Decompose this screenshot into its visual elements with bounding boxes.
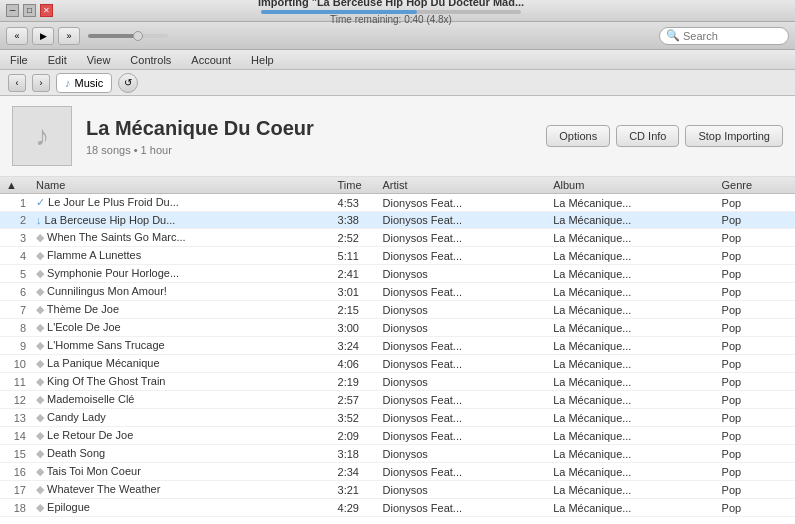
track-artist: Dionysos Feat... bbox=[377, 283, 548, 301]
title-bar: ─ □ ✕ Importing "La Berceuse Hip Hop Du … bbox=[0, 0, 795, 22]
table-row[interactable]: 9 ◆ L'Homme Sans Trucage 3:24 Dionysos F… bbox=[0, 337, 795, 355]
track-album: La Mécanique... bbox=[547, 337, 715, 355]
toolbar: « ▶ » 🔍 bbox=[0, 22, 795, 50]
table-row[interactable]: 17 ◆ Whatever The Weather 3:21 Dionysos … bbox=[0, 481, 795, 499]
forward-button[interactable]: » bbox=[58, 27, 80, 45]
track-artist: Dionysos bbox=[377, 373, 548, 391]
track-name-cell: ◆ L'Ecole De Joe bbox=[30, 319, 332, 337]
back-button[interactable]: ‹ bbox=[8, 74, 26, 92]
options-button[interactable]: Options bbox=[546, 125, 610, 147]
search-input[interactable] bbox=[683, 30, 782, 42]
table-row[interactable]: 13 ◆ Candy Lady 3:52 Dionysos Feat... La… bbox=[0, 409, 795, 427]
track-num: 18 bbox=[0, 499, 30, 517]
maximize-button[interactable]: □ bbox=[23, 4, 36, 17]
track-genre: Pop bbox=[716, 499, 795, 517]
col-header-num[interactable]: ▲ bbox=[0, 177, 30, 194]
track-time: 2:41 bbox=[332, 265, 377, 283]
rewind-button[interactable]: « bbox=[6, 27, 28, 45]
search-box[interactable]: 🔍 bbox=[659, 27, 789, 45]
track-num: 3 bbox=[0, 229, 30, 247]
table-row[interactable]: 1 ✓ Le Jour Le Plus Froid Du... 4:53 Dio… bbox=[0, 194, 795, 212]
menu-view[interactable]: View bbox=[81, 52, 117, 68]
table-row[interactable]: 18 ◆ Epilogue 4:29 Dionysos Feat... La M… bbox=[0, 499, 795, 517]
col-header-genre[interactable]: Genre bbox=[716, 177, 795, 194]
table-row[interactable]: 15 ◆ Death Song 3:18 Dionysos La Mécaniq… bbox=[0, 445, 795, 463]
track-num: 4 bbox=[0, 247, 30, 265]
menu-file[interactable]: File bbox=[4, 52, 34, 68]
table-row[interactable]: 6 ◆ Cunnilingus Mon Amour! 3:01 Dionysos… bbox=[0, 283, 795, 301]
track-num: 7 bbox=[0, 301, 30, 319]
album-info: La Mécanique Du Coeur 18 songs • 1 hour bbox=[86, 117, 532, 156]
table-row[interactable]: 10 ◆ La Panique Mécanique 4:06 Dionysos … bbox=[0, 355, 795, 373]
track-album: La Mécanique... bbox=[547, 283, 715, 301]
menu-edit[interactable]: Edit bbox=[42, 52, 73, 68]
menu-help[interactable]: Help bbox=[245, 52, 280, 68]
track-album: La Mécanique... bbox=[547, 319, 715, 337]
track-album: La Mécanique... bbox=[547, 499, 715, 517]
track-artist: Dionysos Feat... bbox=[377, 194, 548, 212]
table-row[interactable]: 12 ◆ Mademoiselle Clé 2:57 Dionysos Feat… bbox=[0, 391, 795, 409]
table-row[interactable]: 16 ◆ Tais Toi Mon Coeur 2:34 Dionysos Fe… bbox=[0, 463, 795, 481]
track-time: 2:52 bbox=[332, 229, 377, 247]
track-time: 3:01 bbox=[332, 283, 377, 301]
track-name: Thème De Joe bbox=[47, 303, 119, 315]
status-pending-icon: ◆ bbox=[36, 321, 44, 333]
refresh-button[interactable]: ↺ bbox=[118, 73, 138, 93]
track-artist: Dionysos bbox=[377, 481, 548, 499]
table-row[interactable]: 3 ◆ When The Saints Go Marc... 2:52 Dion… bbox=[0, 229, 795, 247]
track-num: 16 bbox=[0, 463, 30, 481]
cd-info-button[interactable]: CD Info bbox=[616, 125, 679, 147]
table-row[interactable]: 7 ◆ Thème De Joe 2:15 Dionysos La Mécani… bbox=[0, 301, 795, 319]
table-row[interactable]: 8 ◆ L'Ecole De Joe 3:00 Dionysos La Méca… bbox=[0, 319, 795, 337]
track-genre: Pop bbox=[716, 409, 795, 427]
track-artist: Dionysos Feat... bbox=[377, 247, 548, 265]
table-row[interactable]: 14 ◆ Le Retour De Joe 2:09 Dionysos Feat… bbox=[0, 427, 795, 445]
track-album: La Mécanique... bbox=[547, 301, 715, 319]
track-album: La Mécanique... bbox=[547, 373, 715, 391]
track-name: Flamme A Lunettes bbox=[47, 249, 141, 261]
table-row[interactable]: 5 ◆ Symphonie Pour Horloge... 2:41 Diony… bbox=[0, 265, 795, 283]
forward-nav-button[interactable]: › bbox=[32, 74, 50, 92]
track-genre: Pop bbox=[716, 229, 795, 247]
menu-account[interactable]: Account bbox=[185, 52, 237, 68]
track-num: 1 bbox=[0, 194, 30, 212]
track-album: La Mécanique... bbox=[547, 409, 715, 427]
track-genre: Pop bbox=[716, 212, 795, 229]
col-header-artist[interactable]: Artist bbox=[377, 177, 548, 194]
album-subtitle: 18 songs • 1 hour bbox=[86, 144, 532, 156]
table-row[interactable]: 2 ↓ La Berceuse Hip Hop Du... 3:38 Diony… bbox=[0, 212, 795, 229]
track-album: La Mécanique... bbox=[547, 229, 715, 247]
volume-knob[interactable] bbox=[133, 31, 143, 41]
volume-slider[interactable] bbox=[88, 34, 168, 38]
col-header-name[interactable]: Name bbox=[30, 177, 332, 194]
track-list-container[interactable]: ▲ Name Time Artist Album Genre 1 ✓ Le Jo… bbox=[0, 177, 795, 524]
track-num: 9 bbox=[0, 337, 30, 355]
table-row[interactable]: 4 ◆ Flamme A Lunettes 5:11 Dionysos Feat… bbox=[0, 247, 795, 265]
table-row[interactable]: 11 ◆ King Of The Ghost Train 2:19 Dionys… bbox=[0, 373, 795, 391]
track-name: L'Ecole De Joe bbox=[47, 321, 121, 333]
track-artist: Dionysos Feat... bbox=[377, 499, 548, 517]
track-num: 14 bbox=[0, 427, 30, 445]
track-name-cell: ◆ Flamme A Lunettes bbox=[30, 247, 332, 265]
track-name: Mademoiselle Clé bbox=[47, 393, 134, 405]
track-artist: Dionysos Feat... bbox=[377, 409, 548, 427]
track-artist: Dionysos Feat... bbox=[377, 355, 548, 373]
col-header-time[interactable]: Time bbox=[332, 177, 377, 194]
track-genre: Pop bbox=[716, 373, 795, 391]
track-num: 2 bbox=[0, 212, 30, 229]
stop-importing-button[interactable]: Stop Importing bbox=[685, 125, 783, 147]
track-name: When The Saints Go Marc... bbox=[47, 231, 186, 243]
track-name-cell: ◆ King Of The Ghost Train bbox=[30, 373, 332, 391]
track-name-cell: ↓ La Berceuse Hip Hop Du... bbox=[30, 212, 332, 229]
track-album: La Mécanique... bbox=[547, 463, 715, 481]
col-header-album[interactable]: Album bbox=[547, 177, 715, 194]
track-name-cell: ◆ Le Retour De Joe bbox=[30, 427, 332, 445]
play-button[interactable]: ▶ bbox=[32, 27, 54, 45]
minimize-button[interactable]: ─ bbox=[6, 4, 19, 17]
menu-controls[interactable]: Controls bbox=[124, 52, 177, 68]
track-artist: Dionysos bbox=[377, 445, 548, 463]
track-name: Symphonie Pour Horloge... bbox=[47, 267, 179, 279]
close-button[interactable]: ✕ bbox=[40, 4, 53, 17]
status-pending-icon: ◆ bbox=[36, 483, 44, 495]
track-artist: Dionysos Feat... bbox=[377, 427, 548, 445]
